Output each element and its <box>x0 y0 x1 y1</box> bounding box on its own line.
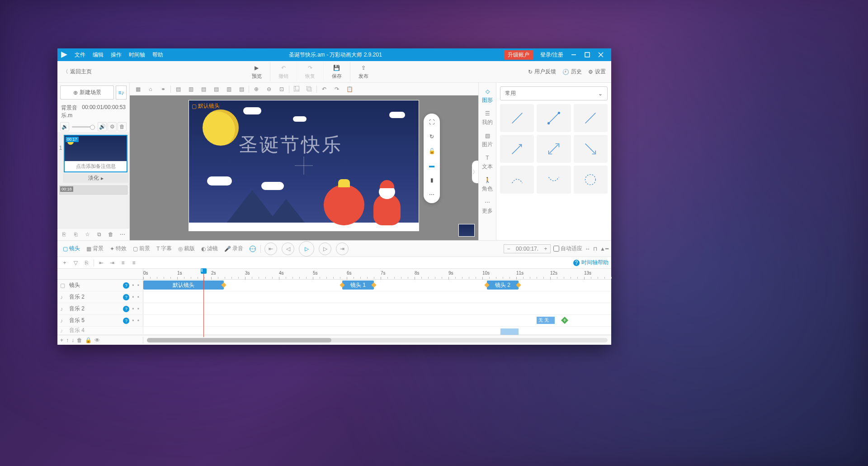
timeline-ruler[interactable]: 0s1s2s3s4s5s6s7s8s9s10s11s12s13s <box>57 269 611 280</box>
scene-delete-button[interactable]: 🗑 <box>107 230 115 238</box>
publish-button[interactable]: ⇪发布 <box>350 62 377 81</box>
shape-line-1[interactable] <box>500 104 534 132</box>
align-track-button[interactable]: ≡ <box>118 258 127 267</box>
volume-up-button[interactable]: 🔊 <box>98 122 107 131</box>
menu-edit[interactable]: 编辑 <box>89 51 107 59</box>
screen-button[interactable]: ▬ <box>427 161 437 171</box>
track-delete-button[interactable]: 🗑 <box>77 337 82 343</box>
clip-camera-2[interactable]: 镜头 2 <box>487 281 519 290</box>
step-forward-button[interactable]: ▷ <box>319 243 331 255</box>
canvas-stage[interactable]: ▢默认镜头 圣诞节快乐 <box>189 100 419 231</box>
magnet-button[interactable]: ⊓ <box>593 246 597 252</box>
track-label[interactable]: ♪音乐 5?• • <box>57 315 143 326</box>
preview-button[interactable]: ▶预览 <box>244 62 270 81</box>
shape-arc-1[interactable] <box>500 166 534 194</box>
santa-character[interactable] <box>369 180 405 225</box>
zoom-out-button[interactable]: ⊖ <box>263 84 275 95</box>
track-settings-button[interactable]: ⎘ <box>82 258 91 267</box>
undo-small-button[interactable]: ↶ <box>318 84 330 95</box>
cloud-shape[interactable] <box>243 107 261 114</box>
tab-foreground[interactable]: ▢前景 <box>130 243 153 254</box>
align-track2-button[interactable]: ≡ <box>129 258 138 267</box>
step-back-button[interactable]: ◁ <box>282 243 294 255</box>
current-time[interactable]: 00:00:17. <box>513 245 541 253</box>
tab-mine[interactable]: ☰我的 <box>479 107 495 129</box>
menu-action[interactable]: 操作 <box>107 51 125 59</box>
back-home-button[interactable]: 〈 返回主页 <box>63 68 92 76</box>
link-button[interactable]: ⚭ <box>157 84 170 95</box>
close-button[interactable] <box>594 48 608 61</box>
track-add-button[interactable]: + <box>60 337 63 343</box>
upgrade-button[interactable]: 升级账户 <box>504 50 533 60</box>
tab-background[interactable]: ▦背景 <box>84 243 106 254</box>
shape-circle-dashed[interactable] <box>574 166 608 194</box>
tab-images[interactable]: ▧图片 <box>479 129 495 151</box>
save-button[interactable]: 💾保存 <box>324 62 350 81</box>
tab-crop[interactable]: ◎裁版 <box>175 243 198 254</box>
add-clip-button[interactable]: + <box>561 317 568 324</box>
minimize-button[interactable] <box>567 48 580 61</box>
track-visibility-button[interactable]: 👁 <box>94 337 100 343</box>
bgm-delete-button[interactable]: 🗑 <box>118 122 127 131</box>
help-icon[interactable]: ? <box>123 294 129 300</box>
tab-record[interactable]: 🎤录音 <box>222 243 246 254</box>
clip-camera-1[interactable]: 镜头 1 <box>342 281 374 290</box>
volume-slider[interactable] <box>72 126 95 128</box>
paste-button[interactable]: 📋 <box>343 84 356 95</box>
gift-bag-shape[interactable] <box>324 185 364 225</box>
shape-arc-2[interactable] <box>537 166 571 194</box>
bgm-settings-button[interactable]: ⚙ <box>108 122 117 131</box>
track-label[interactable]: ▢镜头?• • <box>57 280 143 291</box>
shape-line-3[interactable] <box>574 104 608 132</box>
lock-button[interactable]: 🔓 <box>427 146 437 156</box>
tab-filter[interactable]: ◐滤镜 <box>198 243 221 254</box>
redo-button[interactable]: ↷恢复 <box>297 62 324 81</box>
tab-effects[interactable]: ✦特效 <box>107 243 129 254</box>
tab-character[interactable]: 🚶角色 <box>479 173 495 195</box>
align-bottom-button[interactable]: ▤ <box>235 84 248 95</box>
align-center-button[interactable]: ▥ <box>184 84 197 95</box>
ungroup-button[interactable]: ⿻ <box>303 84 316 95</box>
autofit-checkbox[interactable]: 自动适应 <box>553 245 582 252</box>
indent-left-button[interactable]: ⇤ <box>97 258 106 267</box>
tab-shapes[interactable]: ◇图形 <box>479 85 495 107</box>
cloud-shape[interactable] <box>389 112 405 118</box>
play-button[interactable]: ▷ <box>299 241 314 257</box>
snap-button[interactable]: ↔ <box>585 246 590 252</box>
ruler-button[interactable]: ▦ <box>132 84 144 95</box>
scene-more-button[interactable]: ⋯ <box>118 230 127 238</box>
feedback-button[interactable]: ↻用户反馈 <box>528 68 556 76</box>
indent-right-button[interactable]: ⇥ <box>108 258 117 267</box>
tab-extra[interactable]: ⋯ <box>247 244 259 254</box>
scene-sort-button[interactable]: ≡♪ <box>116 86 127 100</box>
scene-favorite-button[interactable]: ☆ <box>84 230 92 238</box>
help-icon[interactable]: ? <box>123 318 129 324</box>
track-label[interactable]: ♪音乐 2?• • <box>57 291 143 303</box>
tab-camera[interactable]: ▢镜头 <box>60 243 83 254</box>
zoom-fit-button[interactable]: ⊡ <box>275 84 288 95</box>
align-left-button[interactable]: ▤ <box>172 84 184 95</box>
zoom-slider-icon[interactable]: ▲━ <box>600 246 609 252</box>
maximize-button[interactable] <box>580 48 594 61</box>
align-right-button[interactable]: ▤ <box>197 84 210 95</box>
scene-item-2[interactable]: 00:18 <box>59 185 127 195</box>
group-button[interactable]: ⿺ <box>290 84 303 95</box>
tab-text[interactable]: T文本 <box>479 151 495 173</box>
title-text[interactable]: 圣诞节快乐 <box>239 132 343 157</box>
fullscreen-button[interactable]: ⛶ <box>427 117 437 127</box>
align-middle-button[interactable]: ▥ <box>222 84 235 95</box>
menu-timeline[interactable]: 时间轴 <box>125 51 149 59</box>
prev-keyframe-button[interactable]: ⇤ <box>264 243 277 255</box>
cloud-shape[interactable] <box>261 182 284 190</box>
scene-export-button[interactable]: ⎘ <box>60 230 68 238</box>
cloud-shape[interactable] <box>293 116 307 122</box>
moon-shape[interactable] <box>203 109 239 146</box>
shape-arrow-2[interactable] <box>537 135 571 163</box>
timeline-scrollbar[interactable] <box>147 338 608 342</box>
track-up-button[interactable]: ↑ <box>66 337 69 343</box>
new-scene-button[interactable]: ⊕新建场景 <box>60 86 114 100</box>
more-tools-button[interactable]: ⋯ <box>427 190 437 200</box>
clip-default-camera[interactable]: 默认镜头 <box>143 281 224 290</box>
track-lock-button[interactable]: 🔒 <box>85 337 92 343</box>
redo-small-button[interactable]: ↷ <box>330 84 343 95</box>
